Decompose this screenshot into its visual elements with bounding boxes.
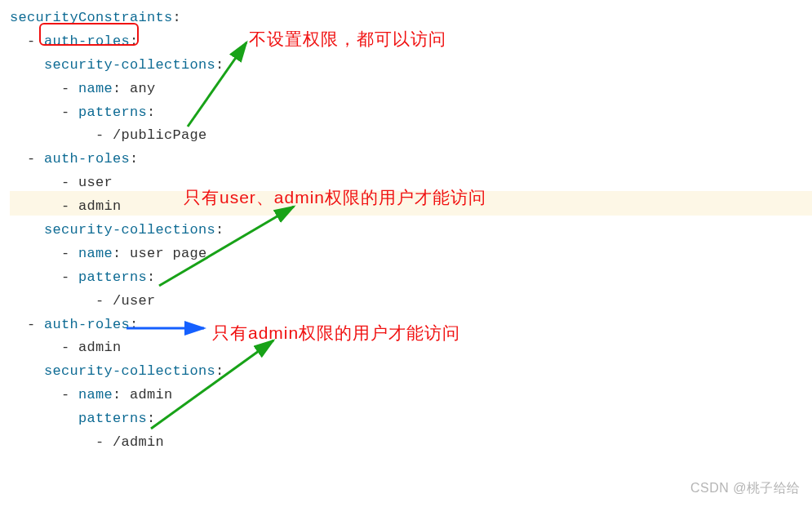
code-line: - patterns: — [10, 101, 812, 125]
key-name: name — [78, 81, 113, 96]
val-admin: admin — [78, 198, 122, 214]
code-line: - auth-roles: — [10, 148, 812, 171]
val-publicPage: /publicPage — [113, 127, 207, 143]
key-patterns: patterns — [78, 411, 147, 426]
watermark: CSDN @桃子给给 — [690, 477, 801, 499]
val-admin2: admin — [78, 340, 122, 355]
code-line: security-collections: — [10, 54, 812, 78]
key-securityConstraints: securityConstraints — [10, 10, 173, 25]
code-line: - patterns: — [10, 266, 812, 290]
yaml-code-block: securityConstraints: - auth-roles: secur… — [10, 7, 812, 455]
key-auth-roles: auth-roles — [44, 33, 130, 49]
key-patterns: patterns — [78, 269, 147, 285]
code-line: - /publicPage — [10, 124, 812, 148]
val-admin3: admin — [130, 387, 173, 402]
key-security-collections: security-collections — [44, 222, 215, 238]
key-name: name — [78, 246, 113, 261]
key-security-collections: security-collections — [44, 363, 215, 379]
val-user-page: user page — [130, 246, 207, 261]
code-line: - /admin — [10, 431, 812, 455]
annotation-3: 只有admin权限的用户才能访问 — [212, 318, 460, 348]
code-line: - name: admin — [10, 384, 812, 407]
code-line: - /user — [10, 290, 812, 314]
key-auth-roles: auth-roles — [44, 317, 130, 332]
annotation-1: 不设置权限，都可以访问 — [249, 24, 446, 54]
code-line: - name: any — [10, 78, 812, 101]
annotation-2: 只有user、admin权限的用户才能访问 — [184, 183, 486, 212]
key-auth-roles: auth-roles — [44, 151, 130, 167]
key-security-collections: security-collections — [44, 57, 215, 73]
val-admin-path: /admin — [113, 434, 164, 450]
key-name: name — [78, 387, 113, 402]
code-line: security-collections: — [10, 360, 812, 384]
code-line: patterns: — [10, 407, 812, 431]
code-line: security-collections: — [10, 219, 812, 242]
key-patterns: patterns — [78, 105, 147, 120]
code-line: - name: user page — [10, 242, 812, 266]
val-any: any — [130, 81, 156, 96]
val-user-path: /user — [113, 293, 156, 309]
val-user: user — [78, 175, 113, 190]
